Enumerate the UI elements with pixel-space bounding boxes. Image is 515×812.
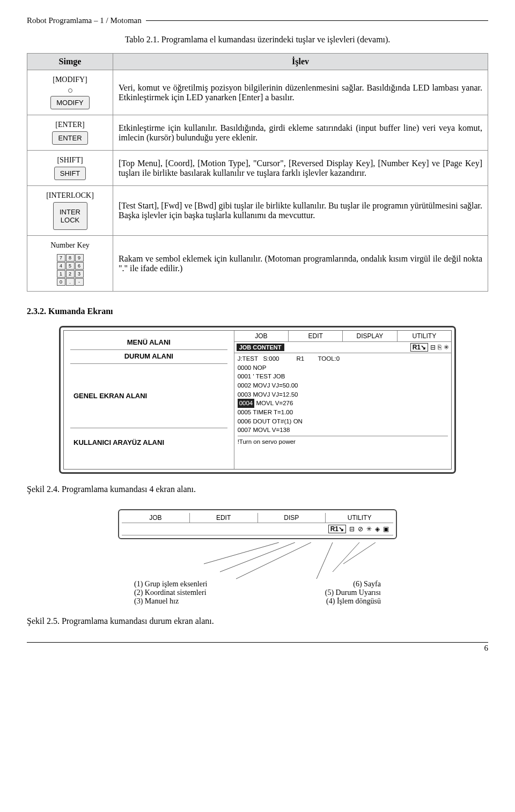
info-line: J:TEST S:000 R1 TOOL:0: [238, 354, 448, 363]
annotation-lines-icon: [118, 542, 397, 580]
svg-line-5: [317, 542, 333, 579]
coord-icon: ⊟: [349, 525, 355, 533]
svg-line-3: [343, 542, 376, 564]
desc-numberkey: Rakam ve sembol eklemek için kullanılır.…: [113, 236, 488, 292]
annot-5: (5) Durum Uyarısı: [325, 588, 381, 597]
figure-24-caption: Şekil 2.4. Programlama kumandası 4 ekran…: [27, 485, 488, 494]
icon-numberkey: Number Key 7 8 9 4 5 6 1 2 3: [27, 236, 113, 292]
section-heading-232: 2.3.2. Kumanda Ekranı: [27, 307, 488, 316]
desc-shift: [Top Menu], [Coord], [Motion Type], "Cur…: [113, 151, 488, 186]
screen-left-pane: MENÜ ALANI DURUM ALANI GENEL EKRAN ALANI…: [64, 331, 234, 469]
tab-display: DISPLAY: [343, 331, 397, 341]
status-r1-badge: R1↘: [328, 525, 346, 533]
tabbar: JOB EDIT DISPLAY UTILITY: [234, 331, 451, 342]
status-figure: JOB EDIT DISP UTILITY R1↘ ⊟ ⊘ ✳ ◈ ▣: [118, 509, 397, 539]
tab-utility: UTILITY: [398, 331, 451, 341]
annot-1: (1) Grup işlem eksenleri: [134, 580, 207, 588]
col-header-simge: Simge: [27, 54, 113, 70]
jobcontent-label: JOB CONTENT: [237, 344, 284, 351]
code-area: J:TEST S:000 R1 TOOL:0 0000 NOP 0001 ' T…: [234, 353, 451, 448]
tab-edit: EDIT: [289, 331, 343, 341]
page-number: 6: [484, 644, 489, 652]
code-line: 0002 MOVJ VJ=50.00: [238, 381, 448, 390]
status-tab-utility: UTILITY: [326, 513, 393, 523]
annot-3: (3) Manuel hız: [134, 597, 179, 606]
table-row: [MODIFY] MODIFY Veri, komut ve öğretilmi…: [27, 70, 488, 115]
icon-group: ⊟: [430, 344, 436, 351]
desc-modify: Veri, komut ve öğretilmiş pozisyon bilgi…: [113, 70, 488, 115]
cycle-icon: ✳: [366, 525, 372, 533]
screen-figure: MENÜ ALANI DURUM ALANI GENEL EKRAN ALANI…: [59, 326, 456, 474]
page-header: Robot Programlama – 1 / Motoman: [27, 16, 488, 25]
screen-right-pane: JOB EDIT DISPLAY UTILITY JOB CONTENT R1↘…: [234, 331, 451, 469]
svg-line-2: [236, 542, 311, 579]
desc-enter: Etkinleştirme için kullanılır. Basıldığı…: [113, 115, 488, 151]
page-icon: ▣: [383, 525, 389, 533]
code-line: 0005 TIMER T=1.00: [238, 408, 448, 417]
code-line: 0000 NOP: [238, 363, 448, 373]
status-icons-row: R1↘ ⊟ ⊘ ✳ ◈ ▣: [122, 523, 393, 535]
tab-job: JOB: [234, 331, 289, 341]
code-footer: !Turn on servo power: [238, 436, 448, 446]
table-caption: Tablo 2.1. Programlama el kumandası üzer…: [27, 35, 488, 44]
icon-modify: [MODIFY] MODIFY: [27, 70, 113, 115]
code-line: 0003 MOVJ VJ=12.50: [238, 390, 448, 399]
annot-6: (6) Sayfa: [353, 580, 381, 588]
table-row: [ENTER] ENTER Etkinleştirme için kullanı…: [27, 115, 488, 151]
status-tab-job: JOB: [122, 513, 190, 523]
speed-icon: ⊘: [358, 525, 363, 533]
icon-enter: [ENTER] ENTER: [27, 115, 113, 151]
header-text: Robot Programlama – 1 / Motoman: [27, 16, 146, 25]
table-row: [SHIFT] SHIFT [Top Menu], [Coord], [Moti…: [27, 151, 488, 186]
interlock-key-icon: INTER LOCK: [53, 202, 87, 230]
icon-interlock: [INTERLOCK] INTER LOCK: [27, 186, 113, 236]
table-row: [INTERLOCK] INTER LOCK [Test Start], [Fw…: [27, 186, 488, 236]
code-line: 0004 MOVL V=276: [238, 399, 448, 408]
ui-area-label: KULLANICI ARAYÜZ ALANI: [70, 428, 227, 456]
status-area-label: DURUM ALANI: [70, 350, 227, 364]
modify-key-icon: MODIFY: [50, 96, 90, 109]
status-tab-edit: EDIT: [190, 513, 258, 523]
annot-2: (2) Koordinat sistemleri: [134, 588, 207, 597]
icon-shift: [SHIFT] SHIFT: [27, 151, 113, 186]
icon-page: ⎘: [438, 344, 442, 351]
status-annotations: (1) Grup işlem eksenleri (6) Sayfa (2) K…: [118, 542, 397, 606]
svg-line-4: [333, 542, 359, 572]
enter-key-icon: ENTER: [52, 131, 87, 145]
annot-4: (4) İşlem döngüsü: [326, 597, 381, 606]
code-line: 0006 DOUT OT#(1) ON: [238, 417, 448, 426]
desc-interlock: [Test Start], [Fwd] ve [Bwd] gibi tuşlar…: [113, 186, 488, 236]
led-icon: [68, 88, 72, 93]
menu-area-label: MENÜ ALANI: [70, 336, 227, 350]
table-row: Number Key 7 8 9 4 5 6 1 2 3: [27, 236, 488, 292]
main-area-label: GENEL EKRAN ALANI: [70, 364, 227, 428]
status-tab-disp: DISP: [258, 513, 326, 523]
keys-table: Simge İşlev [MODIFY] MODIFY Veri, komut …: [27, 53, 488, 292]
shift-key-icon: SHIFT: [54, 167, 86, 180]
code-line: 0001 ' TEST JOB: [238, 372, 448, 381]
alarm-icon: ◈: [375, 525, 380, 533]
col-header-islev: İşlev: [113, 54, 488, 70]
page-footer: 6: [27, 642, 488, 653]
figure-25-caption: Şekil 2.5. Programlama kumandası durum e…: [27, 616, 488, 626]
r1-badge: R1↘: [410, 343, 428, 352]
svg-line-1: [220, 542, 295, 572]
icon-sun: ✳: [444, 344, 449, 351]
numpad-icon: 7 8 9 4 5 6 1 2 3 0: [56, 254, 84, 286]
header-rule: [146, 20, 488, 21]
subbar: JOB CONTENT R1↘ ⊟ ⎘ ✳: [234, 342, 451, 353]
code-line: 0007 MOVL V=138: [238, 426, 448, 435]
